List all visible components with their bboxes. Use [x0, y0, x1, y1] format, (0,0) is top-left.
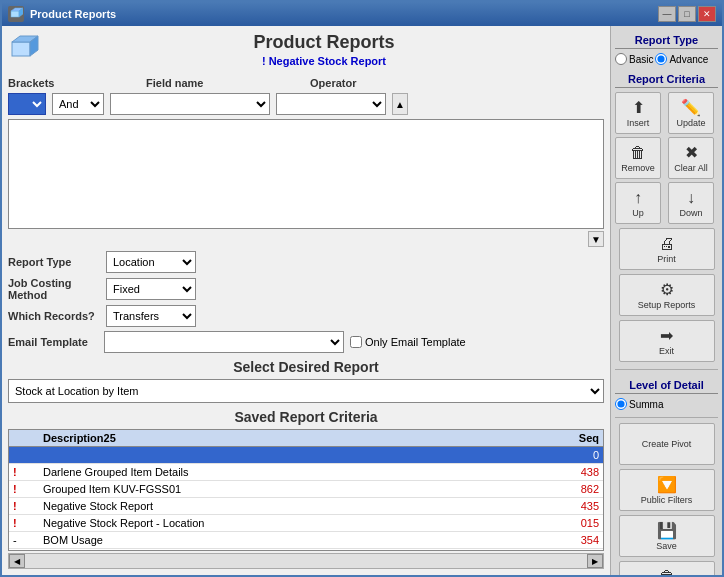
col-seq: Seq — [553, 430, 603, 447]
maximize-button[interactable]: □ — [678, 6, 696, 22]
row-seq: 862 — [553, 481, 603, 498]
row-seq: 438 — [553, 464, 603, 481]
job-costing-select[interactable]: Fixed Average FIFO — [106, 278, 196, 300]
up-button[interactable]: ↑ Up — [615, 182, 661, 224]
delete-container: 🗑 Delete — [615, 561, 718, 575]
table-row[interactable]: ! Negative Stock Report 435 — [9, 498, 603, 515]
delete-button[interactable]: 🗑 Delete — [619, 561, 715, 575]
basic-radio[interactable] — [615, 53, 627, 65]
update-icon: ✏️ — [681, 98, 701, 117]
criteria-input-row: ( ) And Or Category Description Item Cod… — [8, 93, 604, 115]
saved-criteria-title: Saved Report Criteria — [8, 409, 604, 425]
main-layout: Product Reports ! Negative Stock Report … — [2, 26, 722, 575]
remove-button[interactable]: 🗑 Remove — [615, 137, 661, 179]
criteria-scroll-up[interactable]: ▲ — [392, 93, 408, 115]
clear-all-button[interactable]: ✖ Clear All — [668, 137, 714, 179]
save-icon: 💾 — [657, 521, 677, 540]
update-button[interactable]: ✏️ Update — [668, 92, 714, 134]
job-costing-row: Job Costing Method Fixed Average FIFO — [8, 277, 604, 301]
create-pivot-button[interactable]: Create Pivot — [619, 423, 715, 465]
table-row[interactable]: - BOM Usage 354 — [9, 532, 603, 549]
svg-rect-0 — [11, 11, 19, 17]
row-seq: 0 — [553, 447, 603, 464]
divider-1 — [615, 369, 718, 370]
print-button[interactable]: 🖨 Print — [619, 228, 715, 270]
row-prefix: ! — [9, 515, 39, 532]
filter-icon: 🔽 — [657, 475, 677, 494]
setup-reports-button[interactable]: ⚙ Setup Reports — [619, 274, 715, 316]
create-pivot-container: Create Pivot — [615, 423, 718, 465]
left-panel: Product Reports ! Negative Stock Report … — [2, 26, 610, 575]
report-type-select[interactable]: Location All Item Category — [106, 251, 196, 273]
col-description — [9, 430, 39, 447]
clear-all-icon: ✖ — [685, 143, 698, 162]
brackets-label: Brackets — [8, 77, 88, 89]
minimize-button[interactable]: — — [658, 6, 676, 22]
field-name-select[interactable]: Category Description Item Code Location … — [110, 93, 270, 115]
report-type-row: Report Type Location All Item Category — [8, 251, 604, 273]
report-type-radio-row: Basic Advance — [615, 53, 718, 65]
only-email-check-container: Only Email Template — [350, 336, 466, 348]
table-row[interactable]: ! Darlene Grouped Item Details 438 — [9, 464, 603, 481]
and-select[interactable]: And Or — [52, 93, 104, 115]
divider-2 — [615, 417, 718, 418]
right-report-type-title: Report Type — [615, 34, 718, 49]
row-seq: 015 — [553, 515, 603, 532]
row-prefix: - — [9, 532, 39, 549]
down-button[interactable]: ↓ Down — [668, 182, 714, 224]
table-header-row: Description25 Seq — [9, 430, 603, 447]
scroll-right-btn[interactable]: ▶ — [587, 554, 603, 568]
email-template-select[interactable] — [104, 331, 344, 353]
table-row[interactable]: ! Grouped Item KUV-FGSS01 862 — [9, 481, 603, 498]
exit-button[interactable]: ➡ Exit — [619, 320, 715, 362]
save-button[interactable]: 💾 Save — [619, 515, 715, 557]
setup-reports-button-container: ⚙ Setup Reports — [615, 274, 718, 316]
summa-radio[interactable] — [615, 398, 627, 410]
criteria-scroll-down[interactable]: ▼ — [588, 231, 604, 247]
down-icon: ↓ — [687, 189, 695, 207]
insert-button[interactable]: ⬆ Insert — [615, 92, 661, 134]
which-records-select[interactable]: Transfers All New Existing — [106, 305, 196, 327]
only-email-checkbox[interactable] — [350, 336, 362, 348]
saved-criteria-table-area: Description25 Seq 0 ! — [8, 429, 604, 569]
job-costing-label: Job Costing Method — [8, 277, 98, 301]
field-name-label: Field name — [146, 77, 306, 89]
window-icon — [8, 6, 24, 22]
close-button[interactable]: ✕ — [698, 6, 716, 22]
advanced-radio[interactable] — [655, 53, 667, 65]
level-of-detail-radio-row: Summa — [615, 398, 718, 410]
row-name: Negative Stock Report - Location — [39, 515, 553, 532]
brackets-select[interactable]: ( ) — [8, 93, 46, 115]
desired-report-select[interactable]: Stock at Location by Item Negative Stock… — [8, 379, 604, 403]
basic-label: Basic — [629, 54, 653, 65]
table-row[interactable]: ! Negative Stock Report - Location 015 — [9, 515, 603, 532]
table-row[interactable]: 0 — [9, 447, 603, 464]
row-name: Negative Stock Report — [39, 498, 553, 515]
save-container: 💾 Save — [615, 515, 718, 557]
delete-icon: 🗑 — [659, 568, 675, 576]
row-name: Darlene Grouped Item Details — [39, 464, 553, 481]
scroll-left-btn[interactable]: ◀ — [9, 554, 25, 568]
select-desired-title: Select Desired Report — [8, 359, 604, 375]
row-prefix — [9, 447, 39, 464]
remove-icon: 🗑 — [630, 144, 646, 162]
desired-report-row: Stock at Location by Item Negative Stock… — [8, 379, 604, 403]
page-title: Product Reports — [44, 32, 604, 53]
criteria-buttons-top: ⬆ Insert ✏️ Update 🗑 Remove ✖ Clear All … — [615, 92, 718, 224]
exit-icon: ➡ — [660, 326, 673, 345]
criteria-area — [8, 119, 604, 229]
report-type-label: Report Type — [8, 256, 98, 268]
public-filters-container: 🔽 Public Filters — [615, 469, 718, 511]
print-icon: 🖨 — [659, 235, 675, 253]
row-name: Grouped Item KUV-FGSS01 — [39, 481, 553, 498]
col-name: Description25 — [39, 430, 553, 447]
operator-select[interactable]: = != > < LIKE — [276, 93, 386, 115]
which-records-row: Which Records? Transfers All New Existin… — [8, 305, 604, 327]
operator-label: Operator — [310, 77, 420, 89]
row-name: BOM Usage — [39, 532, 553, 549]
page-subtitle: ! Negative Stock Report — [44, 55, 604, 67]
horizontal-scrollbar[interactable]: ◀ ▶ — [8, 553, 604, 569]
public-filters-button[interactable]: 🔽 Public Filters — [619, 469, 715, 511]
title-bar-left: Product Reports — [8, 6, 116, 22]
criteria-header: Brackets Field name Operator — [8, 77, 604, 89]
